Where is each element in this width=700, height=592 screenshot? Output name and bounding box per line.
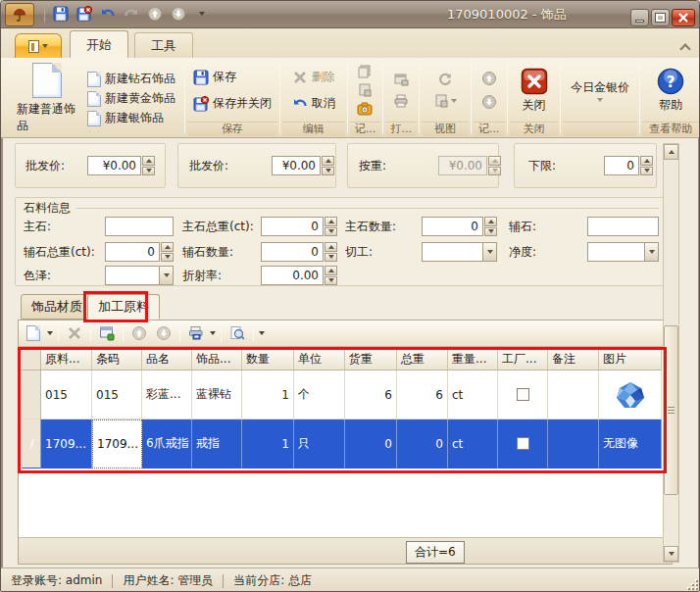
wholesale-price-spinner[interactable]: ¥0.00 [87, 156, 155, 175]
tab-start[interactable]: 开始 [70, 30, 128, 58]
cell-total-weight[interactable]: 0 [397, 419, 448, 469]
chevron-down-icon[interactable] [451, 99, 457, 103]
clarity-select[interactable] [587, 242, 659, 262]
factory-checkbox[interactable] [517, 388, 529, 401]
cell-material-no[interactable]: 015 [41, 370, 92, 419]
spin-down-button[interactable] [322, 167, 334, 176]
file-menu-button[interactable] [15, 33, 62, 58]
move-row-up-button[interactable] [128, 322, 150, 344]
main-stone-weight-value[interactable]: 0 [261, 217, 324, 236]
close-button[interactable] [672, 9, 695, 26]
resize-grip[interactable] [686, 578, 698, 590]
new-normal-jewelry-button[interactable]: 新建普通饰品 [11, 61, 84, 136]
spin-up-button[interactable] [325, 266, 337, 275]
aux-stone-weight-spinner[interactable]: 0 [105, 242, 174, 262]
spin-up-button[interactable] [322, 156, 334, 166]
cell-weight-unit[interactable]: ct [448, 419, 498, 469]
spin-down-button[interactable] [325, 253, 337, 263]
wholesale-price-value[interactable]: ¥0.00 [272, 156, 321, 175]
row-selector-header[interactable] [22, 349, 41, 370]
new-silver-jewelry-button[interactable]: 新建银饰品 [84, 109, 178, 127]
app-icon[interactable] [5, 3, 34, 26]
cell-factory[interactable] [498, 370, 548, 419]
column-header[interactable]: 总重 [397, 349, 448, 370]
toolbar-options-icon[interactable] [259, 331, 265, 335]
cell-total-weight[interactable]: 6 [397, 370, 448, 419]
spin-up-button[interactable] [161, 242, 174, 252]
lower-limit-value[interactable]: 0 [604, 156, 639, 175]
new-row-button[interactable] [23, 322, 44, 344]
edit-record-button[interactable] [96, 322, 118, 344]
main-stone-count-spinner[interactable]: 0 [422, 217, 497, 236]
cell-goods-weight[interactable]: 0 [345, 419, 397, 469]
aux-stone-count-spinner[interactable]: 0 [261, 242, 337, 262]
column-header[interactable]: 饰品... [192, 349, 242, 370]
column-header[interactable]: 图片 [599, 349, 662, 370]
move-row-down-button[interactable] [153, 322, 175, 344]
cancel-button[interactable]: 取消 [289, 94, 338, 113]
aux-stone-input[interactable] [587, 217, 659, 236]
move-up-icon[interactable] [145, 4, 165, 24]
copy-record-icon[interactable] [357, 64, 373, 79]
cell-jewelry-type[interactable]: 戒指 [192, 419, 242, 469]
spin-down-button[interactable] [142, 167, 155, 176]
maximize-button[interactable] [651, 9, 670, 26]
row-selector-edit-indicator[interactable]: I [22, 419, 41, 469]
cell-remark[interactable] [548, 370, 599, 419]
cell-product-name[interactable]: 彩蓝... [142, 370, 192, 419]
factory-checkbox[interactable] [517, 437, 529, 450]
cell-image[interactable] [599, 370, 662, 419]
print-save-button[interactable] [185, 322, 207, 344]
minimize-button[interactable] [630, 9, 649, 26]
save-icon[interactable] [51, 4, 71, 24]
column-header[interactable]: 原料... [41, 349, 92, 370]
cell-weight-unit[interactable]: ct [448, 370, 498, 419]
lower-limit-spinner[interactable]: 0 [604, 156, 653, 175]
next-record-icon[interactable] [481, 94, 497, 110]
table-row[interactable]: 015 015 彩蓝... 蓝裸钻 1 个 6 6 ct [22, 370, 662, 419]
chevron-down-icon[interactable] [47, 331, 53, 335]
column-header[interactable]: 单位 [294, 349, 345, 370]
today-gold-silver-price-button[interactable]: 今日金银价 [565, 77, 635, 104]
dropdown-button[interactable] [159, 266, 174, 285]
help-button[interactable]: ? 帮助 [651, 66, 690, 116]
spin-up-button[interactable] [325, 217, 337, 226]
new-diamond-jewelry-button[interactable]: 新建钻石饰品 [84, 70, 178, 88]
wholesale-price-value[interactable]: ¥0.00 [87, 156, 141, 175]
previous-record-icon[interactable] [481, 71, 497, 86]
cell-jewelry-type[interactable]: 蓝裸钻 [192, 370, 242, 419]
column-header[interactable]: 条码 [92, 349, 142, 370]
cell-product-name[interactable]: 6爪戒指 [142, 419, 192, 469]
cell-barcode-focused[interactable]: 1709... [92, 419, 142, 469]
scroll-up-button[interactable] [664, 144, 678, 160]
column-header[interactable]: 重量... [448, 349, 498, 370]
refraction-value[interactable]: 0.00 [261, 266, 324, 285]
cell-quantity[interactable]: 1 [242, 419, 294, 469]
save-and-close-button[interactable]: 保存并关闭 [190, 94, 275, 113]
scroll-down-button[interactable] [664, 546, 678, 562]
redo-icon[interactable] [122, 4, 141, 24]
duplicate-record-icon[interactable] [357, 82, 373, 98]
column-header[interactable]: 品名 [142, 349, 192, 370]
cell-unit[interactable]: 只 [294, 419, 345, 469]
delete-button[interactable]: 删除 [289, 68, 338, 86]
spin-up-button[interactable] [142, 156, 155, 166]
layout-icon[interactable] [433, 93, 449, 109]
cell-material-no[interactable]: 1709... [41, 419, 92, 469]
vertical-scrollbar[interactable] [663, 143, 679, 563]
close-form-button[interactable]: 关闭 [515, 66, 554, 116]
undo-icon[interactable] [98, 4, 118, 24]
spin-down-button[interactable] [484, 227, 497, 237]
row-selector[interactable] [22, 370, 41, 419]
cell-factory[interactable] [498, 419, 548, 469]
column-header[interactable]: 数量 [242, 349, 294, 370]
dropdown-button[interactable] [482, 242, 497, 262]
dropdown-button[interactable] [644, 242, 659, 262]
scrollbar-thumb[interactable] [664, 325, 678, 495]
camera-icon[interactable] [357, 101, 373, 117]
delete-row-button[interactable] [64, 322, 85, 344]
cell-image[interactable]: 无图像 [599, 419, 662, 469]
aux-stone-weight-value[interactable]: 0 [105, 242, 160, 262]
tab-raw-material[interactable]: 加工原料 [87, 294, 160, 320]
customize-qat-icon[interactable] [192, 4, 212, 24]
